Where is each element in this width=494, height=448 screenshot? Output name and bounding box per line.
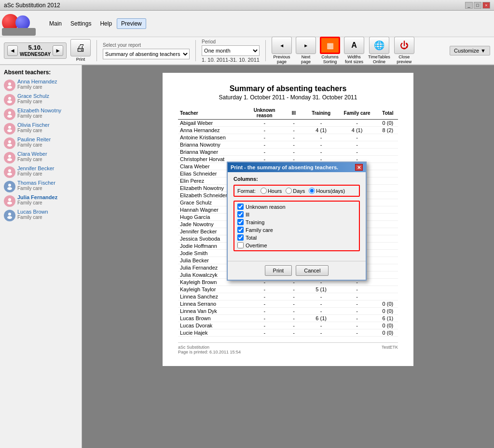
- teacher-name[interactable]: Thomas Fischer: [17, 180, 55, 186]
- next-page-btn[interactable]: ► Nextpage: [296, 37, 316, 65]
- modal-close-btn[interactable]: ✕: [355, 164, 363, 171]
- checkbox-label: Unknown reason: [246, 204, 286, 210]
- cell-family: -: [336, 322, 377, 329]
- cell-unknown: -: [247, 149, 282, 156]
- cell-total: [378, 272, 398, 279]
- radio-hours[interactable]: Hours: [261, 188, 282, 194]
- checkbox-label: Training: [246, 219, 264, 225]
- sidebar-teacher-item[interactable]: Anna Hernandez Family care: [4, 79, 78, 91]
- minimize-btn[interactable]: _: [465, 2, 473, 9]
- cell-total: 0 (0): [378, 308, 398, 315]
- teacher-reason: Family care: [17, 215, 48, 220]
- teacher-name[interactable]: Anna Hernandez: [17, 79, 57, 84]
- cell-ill: -: [282, 322, 306, 329]
- teacher-avatar: [4, 123, 15, 135]
- menu-help[interactable]: Help: [96, 19, 116, 28]
- sidebar-teacher-item[interactable]: Pauline Reiter Family care: [4, 136, 78, 149]
- teacher-avatar: [4, 210, 15, 221]
- prev-page-icon: ◄: [272, 37, 292, 54]
- format-radio-group: Hours Days Hours(days): [261, 188, 345, 194]
- next-date-btn[interactable]: ►: [53, 45, 63, 56]
- menu-preview[interactable]: Preview: [117, 18, 146, 29]
- teacher-reason: Family care: [17, 128, 50, 133]
- cell-total: 0 (0): [378, 322, 398, 329]
- teacher-avatar: [4, 94, 15, 106]
- format-label: Format:: [237, 188, 256, 194]
- cell-total: 0 (0): [378, 120, 398, 127]
- teacher-name[interactable]: Lucas Brown: [17, 209, 48, 215]
- columns-sorting-btn[interactable]: ▦ ColumnsSorting: [320, 37, 340, 65]
- cell-total: 6 (1): [378, 315, 398, 322]
- cell-ill: -: [282, 149, 306, 156]
- sidebar-teacher-item[interactable]: Clara Weber Family care: [4, 151, 78, 163]
- teacher-reason: Family care: [17, 142, 51, 148]
- sidebar-teacher-item[interactable]: Grace Schulz Family care: [4, 93, 78, 106]
- sidebar-teacher-item[interactable]: Thomas Fischer Family care: [4, 180, 78, 192]
- modal-checkbox-item[interactable]: Family care: [237, 227, 356, 233]
- modal-checkbox-item[interactable]: Training: [237, 219, 356, 225]
- print-button[interactable]: 🖨 Print: [70, 39, 91, 62]
- modal-checkbox-item[interactable]: Ill: [237, 211, 356, 217]
- widths-font-label: Widthsfont sizes: [345, 55, 363, 65]
- teacher-avatar: [4, 80, 15, 91]
- modal-body: Columns: Format: Hours Days Hours(day: [228, 172, 366, 261]
- col-total: Total: [378, 107, 398, 120]
- radio-days[interactable]: Days: [286, 188, 305, 194]
- cell-family: -: [336, 308, 377, 315]
- cell-teacher: Antoine Kristiansen: [178, 134, 247, 141]
- table-row: Linnea Van Dyk - - - - 0 (0): [178, 308, 398, 315]
- teacher-reason: Family care: [17, 157, 47, 162]
- modal-checkbox-item[interactable]: Unknown reason: [237, 204, 356, 210]
- menu-main[interactable]: Main: [45, 19, 66, 28]
- close-btn[interactable]: ×: [482, 2, 490, 9]
- doc-footer: aSc Substitution Page is printed: 6.10.2…: [178, 342, 398, 354]
- svg-point-12: [8, 169, 11, 172]
- cell-unknown: -: [247, 120, 282, 127]
- teacher-name[interactable]: Elizabeth Nowotny: [17, 108, 61, 113]
- svg-point-3: [7, 100, 12, 103]
- modal-cancel-btn[interactable]: Cancel: [296, 265, 329, 276]
- modal-checkbox-item[interactable]: Overtime: [237, 242, 356, 248]
- period-select[interactable]: One month: [202, 45, 260, 56]
- modal-title-bar: Print - the summary of absenting teacher…: [228, 163, 366, 172]
- close-preview-btn[interactable]: ⏻ Closepreview: [394, 37, 414, 65]
- prev-page-btn[interactable]: ◄ Previouspage: [272, 37, 292, 65]
- teacher-name[interactable]: Jennifer Becker: [17, 165, 54, 171]
- teacher-name[interactable]: Julia Fernandez: [17, 194, 57, 200]
- columns-sorting-icon: ▦: [320, 37, 340, 54]
- customize-btn[interactable]: Customize ▼: [450, 46, 490, 55]
- sidebar-teacher-item[interactable]: Elizabeth Nowotny Family care: [4, 108, 78, 120]
- cell-ill: -: [282, 315, 306, 322]
- teacher-name[interactable]: Olivia Fischer: [17, 122, 50, 128]
- svg-point-6: [8, 126, 11, 129]
- radio-hours-days[interactable]: Hours(days): [309, 188, 345, 194]
- cell-family: -: [336, 329, 377, 337]
- svg-point-19: [7, 216, 12, 219]
- menu-settings[interactable]: Settings: [67, 19, 95, 28]
- svg-point-2: [8, 97, 11, 100]
- teacher-name[interactable]: Pauline Reiter: [17, 136, 51, 142]
- cell-unknown: -: [247, 293, 282, 300]
- report-select[interactable]: Summary of absenting teachers: [103, 49, 190, 59]
- col-teacher: Teacher: [178, 107, 247, 120]
- maximize-btn[interactable]: □: [474, 2, 481, 9]
- timetables-online-btn[interactable]: 🌐 TimeTablesOnline: [368, 37, 390, 65]
- modal-print-btn[interactable]: Print: [265, 265, 292, 276]
- widths-font-btn[interactable]: A Widthsfont sizes: [344, 37, 364, 65]
- cell-teacher: Lucas Brown: [178, 315, 247, 322]
- cell-family: -: [336, 286, 377, 293]
- teacher-name[interactable]: Grace Schulz: [17, 93, 49, 99]
- sidebar-teacher-item[interactable]: Julia Fernandez Family care: [4, 194, 78, 207]
- main-layout: Absent teachers: Anna Hernandez Family c…: [0, 65, 494, 448]
- col-ill: Ill: [282, 107, 306, 120]
- cell-unknown: -: [247, 127, 282, 134]
- sidebar-teacher-item[interactable]: Lucas Brown Family care: [4, 209, 78, 221]
- sidebar-teacher-item[interactable]: Jennifer Becker Family care: [4, 165, 78, 178]
- window-controls[interactable]: _ □ ×: [465, 2, 490, 9]
- period-section: Period One month 1. 10. 2011-31. 10. 201…: [202, 39, 260, 63]
- teacher-name[interactable]: Clara Weber: [17, 151, 47, 157]
- modal-checkbox-item[interactable]: Total: [237, 234, 356, 241]
- prev-date-btn[interactable]: ◄: [7, 45, 18, 56]
- cell-ill: -: [282, 286, 306, 293]
- sidebar-teacher-item[interactable]: Olivia Fischer Family care: [4, 122, 78, 135]
